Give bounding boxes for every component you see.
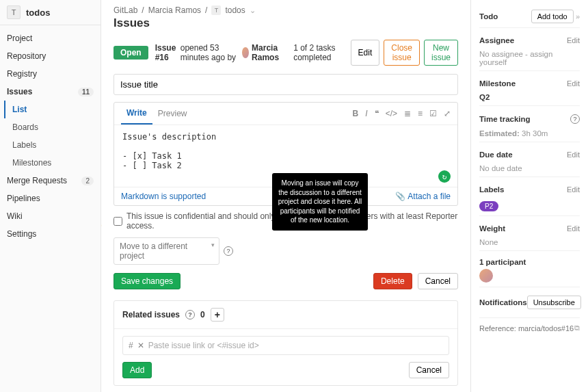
help-icon[interactable]: ? [224,246,233,256]
cancel-button[interactable]: Cancel [418,273,458,289]
weight-edit[interactable]: Edit [567,224,580,233]
crumb-user[interactable]: Marcia Ramos [148,5,201,15]
nav-registry[interactable]: Registry [0,65,101,83]
tab-preview[interactable]: Preview [152,103,193,124]
edit-button[interactable]: Edit [351,40,380,66]
labels-edit[interactable]: Edit [567,185,580,194]
issues-subnav: List Boards Labels Milestones [0,101,101,172]
issue-header: Open Issue #16 opened 53 minutes ago by … [113,40,458,66]
collapse-icon[interactable]: » [576,12,580,21]
attach-file-link[interactable]: 📎 Attach a file [395,192,451,201]
save-button[interactable]: Save changes [113,273,181,289]
milestone-value: Q2 [479,92,580,101]
nav-issues[interactable]: Issues 11 [0,83,101,101]
related-cancel-button[interactable]: Cancel [409,362,449,378]
crumb-gitlab[interactable]: GitLab [113,5,137,15]
nav-issues-labels[interactable]: Labels [5,136,101,154]
due-edit[interactable]: Edit [567,151,580,159]
paperclip-icon: 📎 [395,192,405,201]
related-title: Related issues [122,310,180,319]
nav-settings[interactable]: Settings [0,225,101,243]
mr-count-badge: 2 [81,177,94,185]
markdown-link[interactable]: Markdown is supported [121,192,206,201]
add-todo-button[interactable]: Add todo [531,10,574,23]
chevron-down-icon[interactable]: ⌄ [250,6,256,15]
nav-wiki[interactable]: Wiki [0,207,101,225]
author-avatar [242,47,249,58]
new-issue-button[interactable]: New issue [424,40,458,66]
tab-write[interactable]: Write [121,103,152,125]
right-sidebar: Todo Add todo » AssigneeEdit No assignee… [470,0,588,392]
assignee-edit[interactable]: Edit [567,36,580,44]
participant-avatar[interactable] [479,269,493,283]
nav-issues-boards[interactable]: Boards [5,118,101,136]
project-name: todos [26,8,50,18]
sidebar-nav: Project Repository Registry Issues 11 Li… [0,25,101,247]
tracking-label: Time tracking [479,115,531,123]
list-ul-icon[interactable]: ≣ [404,109,411,118]
bold-icon[interactable]: B [353,109,359,118]
milestone-edit[interactable]: Edit [567,79,580,88]
due-value: No due date [479,163,580,172]
main-content: GitLab / Marcia Ramos / T todos ⌄ Issues… [101,0,470,392]
due-label: Due date [479,151,513,159]
code-icon[interactable]: </> [386,109,397,118]
nav-project[interactable]: Project [0,29,101,47]
assignee-label: Assignee [479,36,514,44]
add-related-button[interactable]: + [211,308,224,322]
help-icon[interactable]: ? [570,114,580,124]
sidebar: T todos Project Repository Registry Issu… [0,0,101,392]
nav-issues-list[interactable]: List [4,101,101,118]
clear-icon[interactable]: ✕ [137,341,144,350]
reference-value: marcia/todos#16 [518,324,574,332]
help-icon[interactable]: ? [185,310,195,319]
project-avatar: T [7,5,21,19]
fullscreen-icon[interactable]: ⤢ [444,109,451,118]
milestone-label: Milestone [479,79,516,88]
tracking-value: Estimated: 3h 30m [479,128,580,138]
issues-count-badge: 11 [78,88,94,96]
nav-pipelines[interactable]: Pipelines [0,190,101,207]
form-actions: Save changes Delete Cancel [113,273,458,289]
quote-icon[interactable]: ❝ [375,109,379,118]
delete-button[interactable]: Delete [373,273,412,289]
notifications-label: Notifications [479,298,527,306]
refresh-icon[interactable]: ↻ [438,170,451,183]
sidebar-header: T todos [0,0,101,25]
unsubscribe-button[interactable]: Unsubscribe [527,296,581,309]
page-title: Issues [113,16,458,30]
move-tooltip: Moving an issue will copy the discussion… [272,173,368,231]
participants-label: 1 participant [479,255,580,269]
breadcrumb: GitLab / Marcia Ramos / T todos ⌄ [113,5,458,15]
weight-label: Weight [479,224,505,233]
related-count: 0 [200,310,205,319]
related-input[interactable]: # ✕ Paste issue link or <#issue id> [122,336,449,355]
labels-label: Labels [479,185,504,194]
issue-title-input[interactable] [113,74,458,95]
nav-merge-requests[interactable]: Merge Requests 2 [0,172,101,190]
copy-icon[interactable]: ⧉ [574,324,580,332]
nav-repository[interactable]: Repository [0,47,101,65]
close-issue-button[interactable]: Close issue [384,40,420,66]
todo-label: Todo [479,12,498,21]
weight-value: None [479,237,580,246]
hash-icon: # [129,341,133,350]
issue-meta: Issue #16 opened 53 minutes ago by Marci… [155,43,344,62]
related-issues-panel: Related issues ? 0 + # ✕ Paste issue lin… [113,300,458,386]
list-ol-icon[interactable]: ≡ [418,109,423,118]
move-project-select[interactable]: Move to a different project [113,237,219,265]
crumb-project[interactable]: todos [225,5,245,15]
label-chip[interactable]: P2 [479,201,498,211]
nav-issues-milestones[interactable]: Milestones [5,154,101,172]
crumb-project-icon: T [211,5,221,15]
related-add-button[interactable]: Add [122,362,152,378]
assignee-value[interactable]: No assignee - assign yourself [479,49,580,66]
task-icon[interactable]: ☑ [429,109,437,118]
editor-toolbar: B I ❝ </> ≣ ≡ ☑ ⤢ [353,109,451,118]
status-badge: Open [113,46,148,60]
italic-icon[interactable]: I [365,109,367,118]
confidential-checkbox[interactable] [113,217,122,226]
move-row: Move to a different project ? [113,237,458,265]
